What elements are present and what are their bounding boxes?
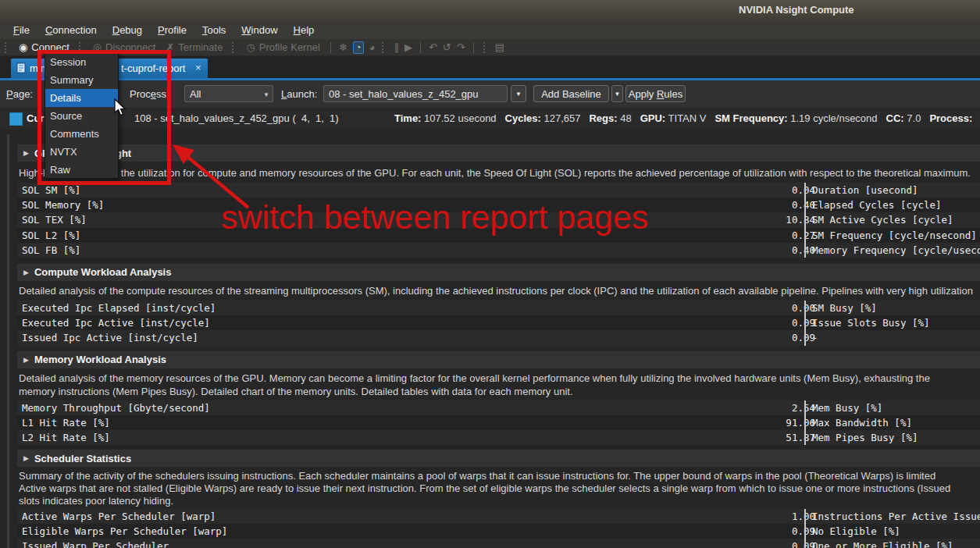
add-baseline-arrow-button[interactable]: ▼	[611, 85, 623, 102]
metric-name: Executed Ipc Active [inst/cycle]	[17, 317, 210, 329]
kernel-stat-value: 7.0	[907, 112, 921, 124]
section-description: Detailed analysis of the memory resource…	[19, 372, 980, 398]
menu-item-details[interactable]: Details	[45, 89, 118, 107]
toolbar-grip[interactable]	[483, 42, 488, 53]
step-into-icon[interactable]: ↶	[429, 42, 437, 53]
kernel-stat-label: Regs:	[589, 112, 617, 124]
metrics-table: Executed Ipc Elapsed [inst/cycle] 0.00 S…	[17, 301, 980, 346]
kernel-info-row: Current 108 - set_halo_values_z_452_gpu …	[0, 108, 980, 130]
toolbar: ◉ Connect ◎ Disconnect ✗ Terminate ◷ Pro…	[0, 39, 980, 56]
menu-help[interactable]: Help	[287, 23, 322, 37]
kernel-stat: SM Frequency: 1.19 cycle/nsecond	[715, 112, 877, 124]
terminate-button[interactable]: ✗ Terminate	[163, 41, 225, 53]
section-title: Scheduler Statistics	[34, 453, 131, 464]
apply-rules-button[interactable]: Apply Rules	[625, 85, 686, 102]
add-baseline-button[interactable]: Add Baseline	[533, 85, 609, 102]
section-header[interactable]: ▶ Memory Workload Analysis	[17, 351, 980, 368]
description-line: High-level overview of the utilization f…	[19, 166, 980, 180]
menu-debug[interactable]: Debug	[105, 23, 149, 37]
column-divider	[804, 415, 806, 430]
metric-name-2: One or More Eligible [%]	[812, 539, 953, 548]
collapse-triangle-icon[interactable]: ▶	[23, 454, 29, 462]
section-description: Detailed analysis of the compute resourc…	[19, 284, 980, 297]
tab-label-right: t-cuprof-report	[121, 62, 185, 74]
section-title: Compute Workload Analysis	[34, 266, 172, 278]
freeze-api-icon[interactable]: ❄	[339, 42, 347, 53]
launch-label: Launch:	[281, 88, 317, 100]
section-header[interactable]: ▶ Scheduler Statistics	[17, 450, 980, 467]
kernel-stat-label: Time:	[394, 112, 421, 124]
terminate-icon: ✗	[166, 42, 174, 53]
column-divider	[804, 330, 806, 345]
launch-combo[interactable]: 08 - set_halo_values_z_452_gpu	[323, 85, 508, 102]
metric-name: L2 Hit Rate [%]	[17, 432, 110, 443]
launch-combo-arrow-button[interactable]: ▼	[511, 85, 526, 102]
resources-icon[interactable]: ▤	[495, 42, 504, 53]
process-label: Process:	[130, 88, 169, 100]
section-header[interactable]: ▶ GPU Speed Of Light	[17, 144, 980, 162]
profile-start-icon[interactable]: ◔	[353, 41, 364, 54]
kernel-name: 108 - set_halo_values_z_452_gpu ( 4, 1, …	[134, 112, 339, 124]
column-divider	[804, 197, 806, 212]
metric-name-2: -	[812, 330, 818, 345]
section-title: Memory Workload Analysis	[34, 354, 166, 365]
menu-item-source[interactable]: Source	[45, 107, 118, 125]
kernel-stat: CC: 7.0	[886, 112, 921, 124]
column-divider	[804, 315, 806, 330]
metric-name-2: Max Bandwidth [%]	[812, 415, 912, 430]
profile-kernel-icon: ◷	[246, 42, 255, 53]
metric-name: Eligible Warps Per Scheduler [warp]	[17, 525, 227, 537]
description-line: Summary of the activity of the scheduler…	[19, 470, 980, 482]
collapse-triangle-icon[interactable]: ▶	[23, 356, 29, 364]
table-row: SOL FB [%] 0.40 Memory Frequency [cycle/…	[17, 243, 980, 258]
menu-item-session[interactable]: Session	[45, 53, 118, 71]
column-divider	[804, 243, 806, 258]
profile-kernel-button[interactable]: ◷ Profile Kernel	[244, 41, 322, 53]
table-row: L1 Hit Rate [%] 91.06 Max Bandwidth [%]	[17, 415, 980, 430]
menu-item-comments[interactable]: Comments	[45, 125, 118, 143]
column-divider	[804, 400, 806, 415]
kernel-stat-value: 1.19 cycle/nsecond	[790, 112, 877, 124]
process-combo[interactable]: All ▼	[184, 85, 273, 102]
chevron-down-icon: ▼	[515, 91, 522, 98]
menu-profile[interactable]: Profile	[151, 23, 194, 37]
metric-name: Executed Ipc Elapsed [inst/cycle]	[17, 302, 216, 314]
tab-label-left: min	[30, 62, 46, 74]
profile-series-icon[interactable]: ◕	[369, 42, 376, 53]
chevron-down-icon: ▼	[263, 91, 269, 98]
table-row: L2 Hit Rate [%] 51.87 Mem Pipes Busy [%]	[17, 430, 980, 445]
collapse-triangle-icon[interactable]: ▶	[23, 269, 29, 276]
step-icon[interactable]: ▶	[404, 42, 412, 53]
menu-item-nvtx[interactable]: NVTX	[45, 143, 118, 161]
menu-connection[interactable]: Connection	[38, 23, 104, 37]
metric-name-2: Instructions Per Active Issue Slot [inst…	[812, 509, 980, 524]
process-combo-value: All	[190, 88, 201, 100]
page-label: Page:	[6, 88, 33, 100]
kernel-color-checkbox[interactable]	[9, 112, 23, 126]
metrics-table: Memory Throughput [Gbyte/second] 2.54 Me…	[17, 400, 980, 446]
menu-item-raw[interactable]: Raw	[45, 161, 118, 179]
kernel-stat-label: SM Frequency:	[715, 112, 787, 124]
menu-window[interactable]: Window	[234, 23, 284, 37]
metric-name: Issued Warp Per Scheduler	[17, 540, 169, 548]
toolbar-grip[interactable]	[5, 42, 9, 53]
kernel-stat-value: TITAN V	[668, 112, 707, 124]
metric-name-2: Memory Frequency [cycle/usecond]	[812, 243, 980, 258]
tab-close-icon[interactable]: ×	[195, 62, 201, 73]
menu-tools[interactable]: Tools	[195, 23, 233, 37]
section-header[interactable]: ▶ Compute Workload Analysis	[17, 264, 980, 281]
metric-name-2: SM Frequency [cycle/nsecond]	[812, 228, 977, 243]
menu-file[interactable]: File	[6, 23, 37, 37]
toolbar-grip[interactable]	[382, 42, 387, 53]
kernel-stat-label: Cycles:	[505, 112, 541, 124]
step-over-icon[interactable]: ↺	[443, 42, 451, 53]
step-out-icon[interactable]: ↷	[457, 42, 465, 53]
description-line: Detailed analysis of the memory resource…	[19, 372, 980, 385]
collapse-triangle-icon[interactable]: ▶	[23, 149, 29, 157]
toolbar-grip[interactable]	[232, 42, 237, 53]
pause-icon[interactable]: ∥	[394, 42, 399, 53]
menu-item-summary[interactable]: Summary	[45, 71, 118, 89]
launch-combo-value: 08 - set_halo_values_z_452_gpu	[329, 88, 479, 100]
menu-bar: File Connection Debug Profile Tools Wind…	[0, 21, 980, 39]
section-scheduler-statistics: ▶ Scheduler Statistics Summary of the ac…	[0, 450, 980, 548]
